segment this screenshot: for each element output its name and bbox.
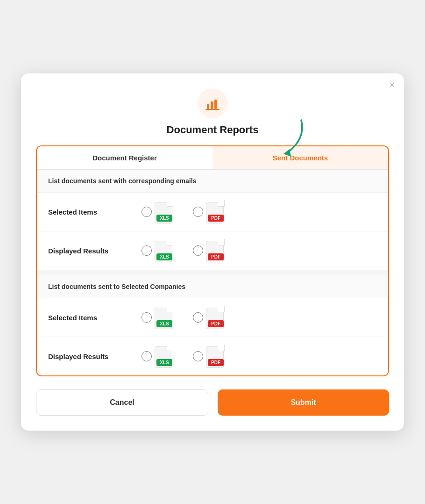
selected-items-xls-radio-2[interactable]	[142, 312, 152, 323]
displayed-results-xls-radio-2[interactable]	[142, 351, 152, 361]
dialog-header-icon-wrapper	[21, 73, 404, 118]
section-emails-header: List documents sent with corresponding e…	[37, 170, 388, 193]
row-selected-items-1: Selected Items XLS	[37, 193, 388, 231]
pdf-file-icon-selected-1: PDF	[206, 200, 226, 223]
file-option-xls-displayed-2: XLS	[142, 345, 174, 368]
selected-items-xls-radio-1[interactable]	[142, 207, 152, 217]
row-options-selected-2: XLS PDF	[142, 306, 226, 329]
svg-rect-0	[207, 104, 209, 109]
file-option-xls-selected-1: XLS	[142, 200, 174, 223]
row-label-displayed-1: Displayed Results	[48, 247, 142, 255]
file-option-xls-displayed-1: XLS	[142, 239, 174, 262]
row-options-displayed-2: XLS PDF	[142, 345, 226, 368]
dialog-title: Document Reports	[21, 124, 404, 136]
svg-rect-1	[211, 101, 213, 109]
pdf-file-icon-displayed-2: PDF	[206, 345, 226, 368]
file-option-pdf-selected-1: PDF	[193, 200, 226, 223]
file-option-xls-selected-2: XLS	[142, 306, 174, 329]
svg-rect-2	[214, 100, 217, 109]
row-selected-items-2: Selected Items XLS	[37, 298, 388, 337]
dialog: × Document Reports Document Register Sen…	[21, 73, 404, 431]
cancel-button[interactable]: Cancel	[36, 389, 208, 416]
submit-button[interactable]: Submit	[218, 389, 389, 416]
displayed-results-xls-radio-1[interactable]	[142, 245, 152, 256]
selected-items-pdf-radio-2[interactable]	[193, 312, 203, 323]
close-button[interactable]: ×	[390, 81, 395, 89]
row-label-selected-1: Selected Items	[48, 208, 142, 216]
xls-file-icon-displayed-2: XLS	[155, 345, 174, 368]
pdf-file-icon-selected-2: PDF	[206, 306, 226, 329]
row-options-selected-1: XLS PDF	[142, 200, 226, 223]
section-divider	[37, 270, 388, 275]
row-displayed-results-1: Displayed Results XLS	[37, 231, 388, 270]
chart-bar-icon	[205, 96, 220, 111]
row-options-displayed-1: XLS PDF	[142, 239, 226, 262]
file-option-pdf-selected-2: PDF	[193, 306, 226, 329]
xls-file-icon-selected-1: XLS	[155, 200, 174, 223]
displayed-results-pdf-radio-1[interactable]	[193, 245, 203, 256]
selected-items-pdf-radio-1[interactable]	[193, 207, 203, 217]
row-label-selected-2: Selected Items	[48, 314, 142, 322]
xls-file-icon-displayed-1: XLS	[155, 239, 174, 262]
icon-circle	[198, 88, 227, 118]
section-emails: List documents sent with corresponding e…	[37, 170, 388, 270]
displayed-results-pdf-radio-2[interactable]	[193, 351, 203, 361]
file-option-pdf-displayed-1: PDF	[193, 239, 226, 262]
tabs-container: Document Register Sent Documents	[37, 146, 388, 170]
tab-document-register[interactable]: Document Register	[37, 146, 212, 169]
row-label-displayed-2: Displayed Results	[48, 353, 142, 360]
footer: Cancel Submit	[36, 389, 389, 416]
xls-file-icon-selected-2: XLS	[155, 306, 174, 329]
pdf-file-icon-displayed-1: PDF	[206, 239, 226, 262]
section-companies-header: List documents sent to Selected Companie…	[37, 275, 388, 298]
tab-sent-documents[interactable]: Sent Documents	[212, 146, 388, 169]
row-displayed-results-2: Displayed Results XLS	[37, 337, 388, 375]
file-option-pdf-displayed-2: PDF	[193, 345, 226, 368]
content-box: Document Register Sent Documents List do…	[36, 145, 389, 376]
section-companies: List documents sent to Selected Companie…	[37, 275, 388, 375]
